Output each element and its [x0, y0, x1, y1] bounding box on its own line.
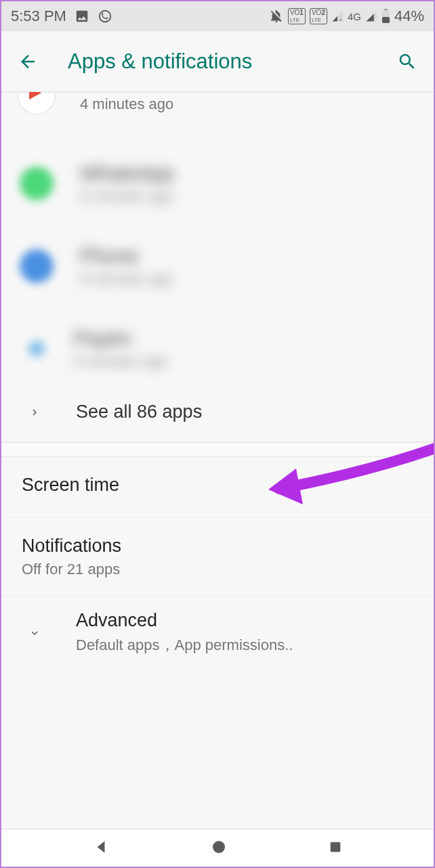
advanced-item[interactable]: Advanced Default apps，App permissions..	[1, 596, 434, 672]
notifications-subtitle: Off for 21 apps	[22, 561, 413, 578]
chevron-down-icon	[28, 627, 41, 639]
whatsapp-icon	[98, 9, 112, 24]
see-all-apps-label: See all 86 apps	[76, 402, 202, 422]
volte2-icon: VO2LTE	[310, 8, 327, 24]
app-subtitle-blurred: 6 minutes ago	[74, 353, 417, 370]
app-icon-play-store	[18, 94, 56, 114]
nav-recents-icon	[328, 840, 343, 854]
svg-rect-2	[384, 9, 388, 10]
back-arrow-icon	[18, 51, 38, 72]
app-item-blurred[interactable]: Paytm 6 minutes ago	[1, 315, 434, 383]
nav-home-icon	[211, 839, 227, 855]
app-icon-blue	[18, 247, 56, 285]
gallery-icon	[75, 9, 89, 24]
status-right: VO1LTE VO2LTE × 4G 44%	[269, 7, 424, 25]
status-left: 5:53 PM	[11, 7, 112, 25]
back-button[interactable]	[18, 51, 38, 72]
battery-icon	[381, 9, 390, 24]
notifications-title: Notifications	[22, 536, 413, 557]
app-item-blurred[interactable]: Phone 6 minutes ago	[1, 232, 434, 300]
navigation-bar	[1, 829, 434, 867]
search-button[interactable]	[397, 51, 417, 72]
app-name-blurred: WhatsApp	[80, 162, 417, 185]
see-all-apps-button[interactable]: See all 86 apps	[1, 383, 434, 442]
page-title: Apps & notifications	[68, 49, 367, 74]
app-subtitle: 4 minutes ago	[80, 95, 417, 113]
chevron-right-icon	[28, 406, 41, 418]
search-icon	[397, 51, 417, 72]
screen-time-title: Screen time	[22, 475, 413, 496]
app-item-partial[interactable]: 4 minutes ago	[1, 92, 434, 126]
notification-off-icon	[269, 9, 284, 24]
svg-rect-6	[330, 842, 340, 852]
nav-back-button[interactable]	[92, 838, 110, 859]
signal-bars2-icon	[365, 10, 377, 22]
screen-root: 5:53 PM VO1LTE VO2LTE × 4G 44% Apps & no…	[1, 1, 434, 867]
screen-time-item[interactable]: Screen time	[1, 457, 434, 518]
content-area: 4 minutes ago WhatsApp 6 minutes ago Pho…	[1, 92, 434, 829]
section-divider	[1, 442, 434, 457]
advanced-title: Advanced	[76, 610, 417, 631]
nav-home-button[interactable]	[211, 839, 227, 858]
network-label: 4G	[348, 11, 361, 22]
volte1-icon: VO1LTE	[288, 8, 306, 24]
status-time: 5:53 PM	[11, 7, 66, 25]
app-name-blurred: Paytm	[74, 327, 417, 350]
app-subtitle-blurred: 6 minutes ago	[80, 270, 417, 288]
nav-back-icon	[92, 838, 110, 856]
svg-point-5	[213, 841, 225, 853]
svg-point-0	[100, 11, 111, 22]
nav-recents-button[interactable]	[328, 840, 343, 857]
app-name-blurred: Phone	[80, 244, 417, 267]
battery-percentage: 44%	[394, 7, 424, 25]
app-icon-small	[24, 336, 49, 362]
notifications-item[interactable]: Notifications Off for 21 apps	[1, 518, 434, 596]
app-icon-green	[18, 165, 56, 202]
app-header: Apps & notifications	[1, 31, 434, 92]
signal-bars-icon: ×	[331, 10, 344, 22]
svg-text:×: ×	[339, 18, 342, 22]
app-subtitle-blurred: 6 minutes ago	[80, 188, 417, 205]
advanced-subtitle: Default apps，App permissions..	[76, 635, 417, 655]
status-bar: 5:53 PM VO1LTE VO2LTE × 4G 44%	[1, 1, 434, 31]
svg-rect-4	[382, 17, 390, 23]
app-item-blurred[interactable]: WhatsApp 6 minutes ago	[1, 150, 434, 217]
